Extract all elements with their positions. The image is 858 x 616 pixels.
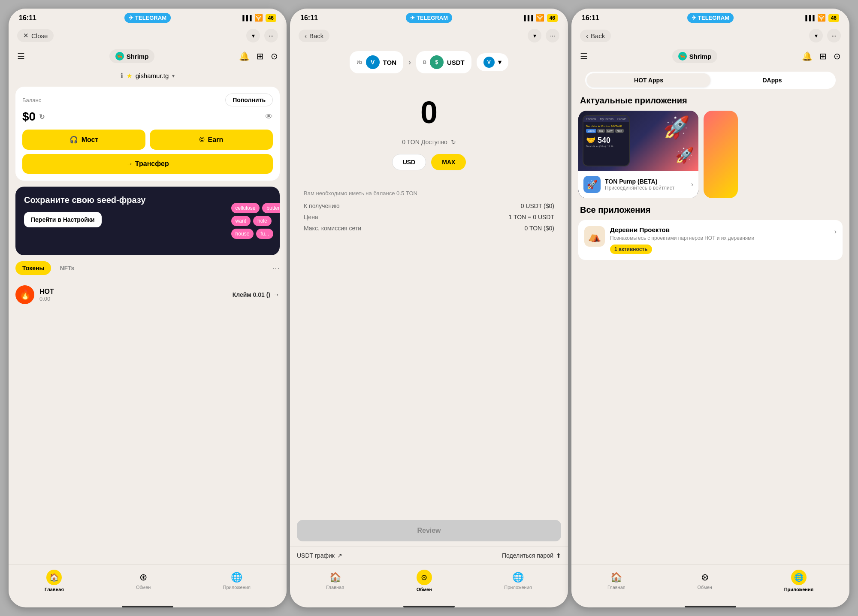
second-hot-app-card[interactable] bbox=[704, 111, 738, 198]
fee-label: Макс. комиссия сети bbox=[304, 225, 361, 232]
nav-apps[interactable]: 🌐 Приложения bbox=[223, 572, 251, 590]
fee-row: Макс. комиссия сети 0 TON ($0) bbox=[304, 225, 554, 232]
apps-icon-2: 🌐 bbox=[512, 572, 524, 583]
ton-pump-text: TON Pump (BETA) Присоединяйтесь в вейтли… bbox=[605, 178, 687, 191]
telegram-icon-2: ✈ bbox=[410, 15, 415, 21]
back-button-2[interactable]: ‹ Back bbox=[299, 30, 329, 42]
tabs-more-icon[interactable]: ⋯ bbox=[272, 263, 280, 273]
hamburger-icon[interactable]: ☰ bbox=[17, 51, 25, 61]
quick-buttons: USD MAX bbox=[297, 154, 561, 170]
nav-bar-2: ‹ Back ▾ ··· bbox=[290, 25, 568, 46]
bottom-nav-3: 🏠 Главная ⊛ Обмен 🌐 Приложения bbox=[571, 564, 849, 602]
home-indicator-2 bbox=[403, 606, 455, 607]
nav-dots-1[interactable]: ··· bbox=[264, 29, 278, 42]
available-row: 0 TON Доступно ↻ bbox=[297, 139, 561, 145]
chevron-down-icon-2: ▾ bbox=[533, 32, 536, 39]
to-token[interactable]: В $ USDT bbox=[416, 51, 471, 73]
refresh-icon[interactable]: ↻ bbox=[39, 113, 45, 121]
user-chevron-icon[interactable]: ▾ bbox=[172, 73, 175, 79]
nav-swap[interactable]: ⊛ Обмен bbox=[136, 572, 151, 590]
nav-apps-2[interactable]: 🌐 Приложения bbox=[504, 572, 532, 590]
status-time-2: 16:11 bbox=[300, 14, 318, 22]
logo-badge-1[interactable]: 🦐 Shrimp bbox=[109, 49, 155, 63]
price-label: Цена bbox=[304, 214, 318, 220]
share-button[interactable]: Поделиться парой ⬆ bbox=[502, 552, 561, 559]
top-icons-1: 🔔 ⊞ ⊙ bbox=[239, 51, 278, 61]
amount-display: $0 bbox=[22, 110, 36, 124]
shrimp-logo-icon-3: 🦐 bbox=[678, 52, 687, 60]
all-apps-section: Все приложения ⛺ Деревни Проектов Познак… bbox=[578, 205, 843, 260]
nav-swap-3[interactable]: ⊛ Обмен bbox=[698, 572, 712, 590]
nav-chevron-1[interactable]: ▾ bbox=[246, 29, 260, 42]
transfer-button[interactable]: → Трансфер bbox=[22, 154, 273, 174]
bottom-nav-1: 🏠 Главная ⊛ Обмен 🌐 Приложения bbox=[9, 564, 287, 602]
home-indicator-3 bbox=[685, 606, 736, 607]
receive-label: К получению bbox=[304, 202, 339, 209]
hot-apps-tab[interactable]: HOT Apps bbox=[587, 73, 710, 87]
tokens-tab[interactable]: Токены bbox=[15, 261, 51, 275]
ton-pump-name: TON Pump (BETA) bbox=[605, 178, 687, 185]
nav-home[interactable]: 🏠 Главная bbox=[45, 570, 64, 592]
nav-dots-2[interactable]: ··· bbox=[546, 29, 559, 42]
topup-button[interactable]: Пополнить bbox=[225, 94, 273, 106]
nav-chevron-3[interactable]: ▾ bbox=[809, 29, 823, 42]
nav-dots-3[interactable]: ··· bbox=[827, 29, 841, 42]
bell-icon-3[interactable]: 🔔 bbox=[802, 51, 813, 61]
nav-apps-3[interactable]: 🌐 Приложения bbox=[784, 570, 813, 592]
nav-apps-label-2: Приложения bbox=[504, 585, 532, 590]
chart-button[interactable]: USDT график ↗ bbox=[297, 552, 342, 559]
swap-header: Из V TON › В $ USDT V ▾ bbox=[290, 46, 568, 79]
swap-icon-3: ⊛ bbox=[701, 572, 709, 583]
refresh-available-icon[interactable]: ↻ bbox=[451, 139, 456, 145]
wallet-selector[interactable]: V ▾ bbox=[477, 53, 508, 71]
swap-icon-2: ⊛ bbox=[417, 570, 432, 585]
wifi-icon-1: 🛜 bbox=[254, 14, 263, 22]
eye-icon[interactable]: 👁 bbox=[265, 112, 273, 121]
from-token[interactable]: Из V TON bbox=[350, 51, 403, 73]
swap-direction-icon: › bbox=[408, 58, 411, 67]
nav-bar-3: ‹ Back ▾ ··· bbox=[571, 25, 849, 46]
review-button[interactable]: Review bbox=[297, 520, 561, 541]
derevni-card[interactable]: ⛺ Деревни Проектов Познакомьтесь с проек… bbox=[578, 220, 843, 260]
ton-pump-arrow-icon: › bbox=[691, 181, 693, 188]
chart-row: USDT график ↗ Поделиться парой ⬆ bbox=[290, 547, 568, 564]
back-icon-3: ‹ bbox=[586, 32, 588, 39]
claim-button[interactable]: Клейм 0.01 () → bbox=[233, 291, 280, 299]
nav-right-1: ▾ ··· bbox=[246, 29, 278, 42]
status-time-1: 16:11 bbox=[19, 14, 36, 22]
nav-swap-2[interactable]: ⊛ Обмен bbox=[417, 570, 432, 592]
close-button[interactable]: ✕ Close bbox=[17, 29, 54, 42]
settings-icon-3[interactable]: ⊙ bbox=[834, 51, 841, 61]
qr-icon-3[interactable]: ⊞ bbox=[819, 51, 827, 61]
content-1: ℹ ★ gishamur.tg ▾ Баланс Пополнить $0 ↻ … bbox=[9, 68, 287, 564]
ton-pump-card[interactable]: Friends My tokens Create Top clicks in 1… bbox=[578, 111, 698, 198]
token-name: HOT bbox=[39, 288, 54, 296]
hamburger-icon-3[interactable]: ☰ bbox=[580, 51, 588, 61]
nav-home-2[interactable]: 🏠 Главная bbox=[326, 572, 344, 590]
bell-icon[interactable]: 🔔 bbox=[239, 51, 250, 61]
screen-2: 16:11 ✈ TELEGRAM ▐▐▐ 🛜 46 ‹ Back ▾ bbox=[290, 9, 568, 607]
earn-button[interactable]: © Earn bbox=[150, 130, 273, 150]
dapps-tab[interactable]: DApps bbox=[710, 73, 834, 87]
back-button-3[interactable]: ‹ Back bbox=[580, 30, 611, 42]
settings-icon[interactable]: ⊙ bbox=[271, 51, 278, 61]
all-apps-title: Все приложения bbox=[578, 205, 843, 215]
headphones-icon: 🎧 bbox=[69, 136, 78, 144]
usd-button[interactable]: USD bbox=[392, 154, 426, 170]
content-3: HOT Apps DApps Актуальные приложения Fri… bbox=[571, 68, 849, 564]
seed-phrase-card: Сохраните свою seed-фразу Перейти в Наст… bbox=[15, 187, 280, 255]
go-to-settings-button[interactable]: Перейти в Настройки bbox=[24, 212, 102, 227]
bridge-button[interactable]: 🎧 Мост bbox=[22, 130, 145, 150]
nav-chevron-2[interactable]: ▾ bbox=[528, 29, 541, 42]
qr-icon[interactable]: ⊞ bbox=[257, 51, 264, 61]
nfts-tab[interactable]: NFTs bbox=[53, 261, 81, 275]
seed-title: Сохраните свою seed-фразу bbox=[24, 195, 172, 205]
logo-badge-3[interactable]: 🦐 Shrimp bbox=[672, 49, 718, 63]
nav-home-3[interactable]: 🏠 Главная bbox=[607, 572, 625, 590]
signal-icon-3: ▐▐▐ bbox=[804, 15, 815, 21]
hot-apps-section: Актуальные приложения Friends My tokens … bbox=[578, 96, 843, 198]
seed-word-5: house bbox=[231, 229, 254, 239]
share-icon: ⬆ bbox=[556, 552, 561, 559]
claim-arrow-icon: → bbox=[273, 291, 280, 299]
max-button[interactable]: MAX bbox=[431, 154, 466, 170]
